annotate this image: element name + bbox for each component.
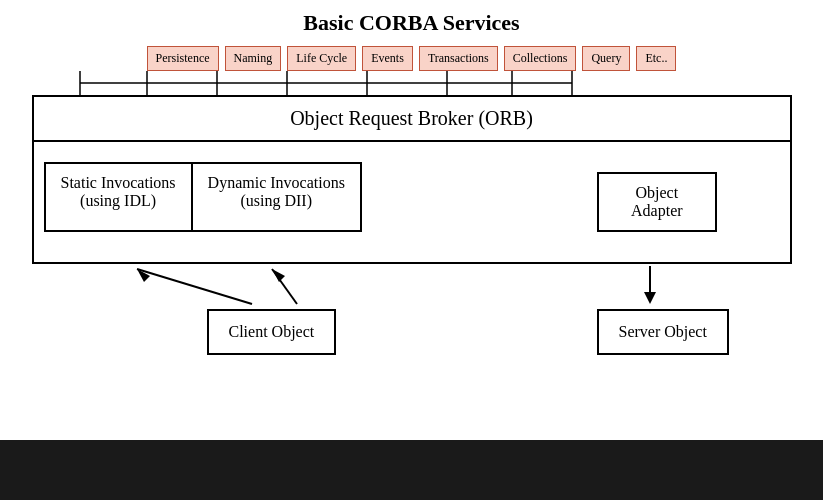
main-section: Static Invocations(using IDL) Dynamic In… — [32, 142, 792, 264]
client-object-label: Client Object — [207, 309, 337, 355]
client-object-box: Client Object — [207, 309, 337, 355]
content-area: Static Invocations(using IDL) Dynamic In… — [32, 142, 792, 394]
diagram-container: Basic CORBA Services Persistence Naming … — [0, 0, 823, 500]
static-invocations-box: Static Invocations(using IDL) — [44, 162, 191, 232]
connector-area — [32, 71, 792, 95]
service-lifecycle: Life Cycle — [287, 46, 356, 71]
orb-box: Object Request Broker (ORB) — [32, 95, 792, 142]
service-etc: Etc.. — [636, 46, 676, 71]
left-panels: Static Invocations(using IDL) Dynamic In… — [44, 162, 535, 232]
services-row: Persistence Naming Life Cycle Events Tra… — [147, 46, 677, 71]
service-collections: Collections — [504, 46, 577, 71]
svg-line-19 — [272, 269, 297, 304]
svg-marker-22 — [644, 292, 656, 304]
server-object-label: Server Object — [597, 309, 729, 355]
svg-marker-18 — [137, 269, 150, 282]
bottom-black-bar — [0, 440, 823, 500]
bottom-area: Client Object Server Object — [32, 264, 792, 394]
diagram-title: Basic CORBA Services — [303, 10, 519, 36]
service-events: Events — [362, 46, 413, 71]
object-adapter-box: ObjectAdapter — [597, 172, 717, 232]
svg-marker-20 — [272, 269, 285, 282]
right-panel: ObjectAdapter — [534, 162, 779, 232]
connector-svg — [32, 71, 792, 95]
service-persistence: Persistence — [147, 46, 219, 71]
server-object-box: Server Object — [597, 309, 729, 355]
svg-line-17 — [137, 269, 252, 304]
service-naming: Naming — [225, 46, 282, 71]
service-transactions: Transactions — [419, 46, 498, 71]
service-query: Query — [582, 46, 630, 71]
dynamic-invocations-box: Dynamic Invocations(using DII) — [191, 162, 362, 232]
